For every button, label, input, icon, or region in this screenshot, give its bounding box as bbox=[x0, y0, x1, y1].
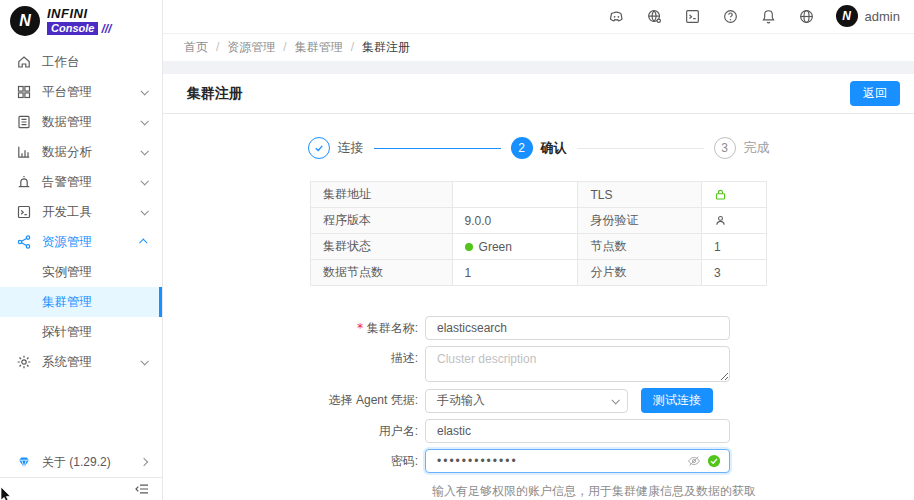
sidebar: N INFINI Console /// 工作台 平台管理 数据管理 数据分析 bbox=[0, 0, 163, 500]
chevron-down-icon bbox=[140, 177, 148, 185]
chevron-down-icon bbox=[140, 147, 148, 155]
summary-value-health: Green bbox=[452, 234, 578, 260]
step-label: 连接 bbox=[338, 139, 364, 157]
chevron-down-icon bbox=[140, 357, 148, 365]
health-text: Green bbox=[479, 240, 512, 254]
form-row-password: 密码: bbox=[163, 449, 914, 473]
summary-label: 分片数 bbox=[578, 260, 702, 286]
cluster-summary-table: 集群地址 TLS 程序版本 9.0.0 身份验证 bbox=[310, 181, 767, 286]
terminal-icon[interactable] bbox=[684, 8, 701, 25]
table-row: 集群状态 Green 节点数 1 bbox=[311, 234, 767, 260]
table-row: 数据节点数 1 分片数 3 bbox=[311, 260, 767, 286]
agent-credential-label: 选择 Agent 凭据: bbox=[163, 388, 425, 412]
website-globe-icon[interactable] bbox=[646, 8, 663, 25]
table-row: 集群地址 TLS bbox=[311, 182, 767, 208]
alarm-bell-icon bbox=[16, 174, 32, 190]
breadcrumb-home[interactable]: 首页 bbox=[184, 39, 208, 56]
sidebar-item-data-management[interactable]: 数据管理 bbox=[0, 107, 162, 137]
brand-slashes: /// bbox=[101, 23, 111, 35]
credential-hint-text: 输入有足够权限的账户信息，用于集群健康信息及数据的获取 bbox=[432, 483, 914, 500]
gear-icon bbox=[16, 354, 32, 370]
mouse-cursor bbox=[0, 487, 14, 500]
summary-value-cluster-address bbox=[452, 182, 578, 208]
step-number: 3 bbox=[714, 137, 736, 159]
steps-indicator: 连接 2 确认 3 完成 bbox=[308, 137, 770, 159]
user-menu[interactable]: N admin bbox=[836, 5, 900, 27]
sidebar-item-label: 数据管理 bbox=[42, 114, 141, 131]
user-name: admin bbox=[865, 9, 900, 24]
document-icon bbox=[16, 114, 32, 130]
chevron-down-icon bbox=[140, 207, 148, 215]
password-label: 密码: bbox=[163, 449, 425, 473]
sidebar-subitem-label: 集群管理 bbox=[42, 294, 92, 311]
platform-grid-icon bbox=[16, 84, 32, 100]
home-icon bbox=[16, 54, 32, 70]
language-globe-icon[interactable] bbox=[798, 8, 815, 25]
sidebar-item-resources[interactable]: 资源管理 bbox=[0, 227, 162, 257]
description-textarea[interactable] bbox=[425, 346, 730, 382]
sidebar-subitem-label: 探针管理 bbox=[42, 324, 92, 341]
sidebar-item-system[interactable]: 系统管理 bbox=[0, 347, 162, 377]
eye-invisible-icon[interactable] bbox=[687, 454, 701, 468]
table-row: 程序版本 9.0.0 身份验证 bbox=[311, 208, 767, 234]
menu-fold-icon[interactable] bbox=[134, 481, 150, 497]
summary-label: TLS bbox=[578, 182, 702, 208]
sidebar-menu: 工作台 平台管理 数据管理 数据分析 告警管理 开发工具 bbox=[0, 42, 162, 377]
summary-value-version: 9.0.0 bbox=[452, 208, 578, 234]
sidebar-item-about[interactable]: 关于 (1.29.2) bbox=[0, 447, 162, 477]
summary-label: 节点数 bbox=[578, 234, 702, 260]
chevron-right-icon bbox=[140, 458, 148, 466]
top-header: N admin bbox=[163, 0, 914, 34]
main-area: N admin 首页 / 资源管理 / 集群管理 / 集群注册 集群注册 返回 … bbox=[163, 0, 914, 500]
chevron-down-icon bbox=[140, 117, 148, 125]
summary-label: 集群状态 bbox=[311, 234, 453, 260]
back-button[interactable]: 返回 bbox=[850, 81, 900, 106]
breadcrumb-separator: / bbox=[351, 40, 354, 54]
summary-label: 程序版本 bbox=[311, 208, 453, 234]
summary-value-data-nodes: 1 bbox=[452, 260, 578, 286]
sidebar-subitem-probes[interactable]: 探针管理 bbox=[0, 317, 162, 347]
step-label: 确认 bbox=[541, 139, 567, 157]
cluster-name-label: *集群名称: bbox=[163, 316, 425, 340]
username-input[interactable] bbox=[425, 419, 730, 443]
discord-icon[interactable] bbox=[608, 8, 625, 25]
about-label: 关于 (1.29.2) bbox=[42, 454, 141, 471]
page-title: 集群注册 bbox=[187, 85, 850, 103]
sidebar-subitem-clusters[interactable]: 集群管理 bbox=[0, 287, 162, 317]
health-green-dot bbox=[465, 243, 473, 251]
sidebar-item-alerting[interactable]: 告警管理 bbox=[0, 167, 162, 197]
cluster-name-input[interactable] bbox=[425, 316, 730, 340]
step-number: 2 bbox=[511, 137, 533, 159]
step-finish: 3 完成 bbox=[714, 137, 770, 159]
brand-name: INFINI bbox=[47, 7, 111, 20]
sidebar-item-data-analysis[interactable]: 数据分析 bbox=[0, 137, 162, 167]
sidebar-footer: 关于 (1.29.2) bbox=[0, 447, 162, 500]
step-connector bbox=[577, 148, 704, 149]
sidebar-item-devtools[interactable]: 开发工具 bbox=[0, 197, 162, 227]
password-input[interactable] bbox=[425, 449, 730, 473]
chevron-down-icon bbox=[140, 87, 148, 95]
sidebar-item-label: 系统管理 bbox=[42, 354, 141, 371]
sidebar-item-label: 告警管理 bbox=[42, 174, 141, 191]
sidebar-subitem-instances[interactable]: 实例管理 bbox=[0, 257, 162, 287]
page-content: 集群注册 返回 连接 2 确认 3 完成 bbox=[163, 61, 914, 500]
required-asterisk: * bbox=[356, 321, 363, 335]
infini-logo-icon: N bbox=[10, 6, 40, 36]
test-connection-button[interactable]: 测试连接 bbox=[641, 388, 713, 413]
cluster-register-card: 集群注册 返回 连接 2 确认 3 完成 bbox=[163, 74, 914, 500]
help-icon[interactable] bbox=[722, 8, 739, 25]
sidebar-item-label: 资源管理 bbox=[42, 234, 141, 251]
breadcrumb-clusters[interactable]: 集群管理 bbox=[295, 39, 343, 56]
sidebar-item-workbench[interactable]: 工作台 bbox=[0, 47, 162, 77]
summary-value-auth bbox=[702, 208, 767, 234]
form-row-description: 描述: bbox=[163, 346, 914, 382]
notification-bell-icon[interactable] bbox=[760, 8, 777, 25]
lock-icon bbox=[714, 188, 727, 201]
breadcrumb-resources[interactable]: 资源管理 bbox=[227, 39, 275, 56]
agent-credential-select[interactable]: 手动输入 bbox=[425, 389, 628, 413]
user-avatar: N bbox=[836, 5, 858, 27]
sidebar-subitem-label: 实例管理 bbox=[42, 264, 92, 281]
check-circle-icon bbox=[707, 454, 721, 468]
app-logo[interactable]: N INFINI Console /// bbox=[0, 0, 162, 42]
sidebar-item-platform[interactable]: 平台管理 bbox=[0, 77, 162, 107]
